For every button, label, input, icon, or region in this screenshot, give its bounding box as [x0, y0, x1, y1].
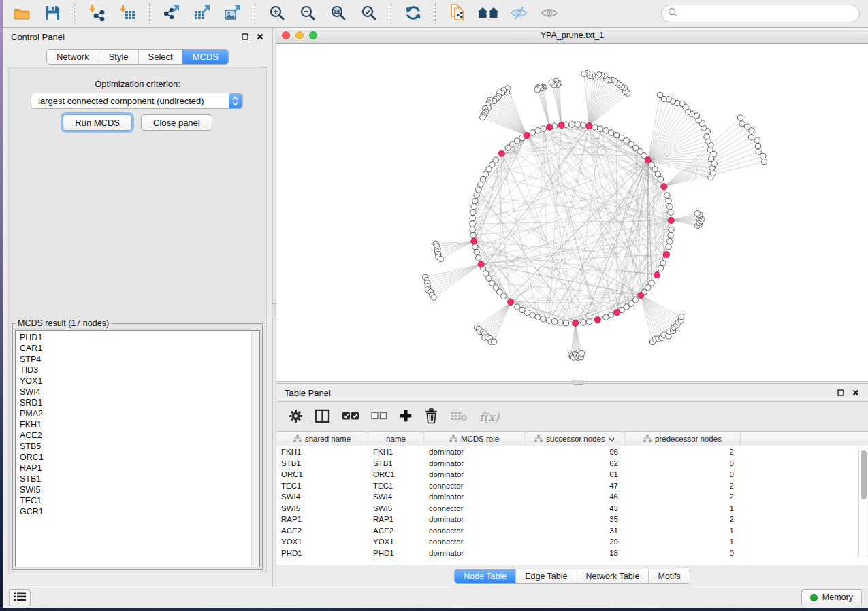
column-header-name[interactable]: name	[368, 432, 424, 446]
mcds-node-item[interactable]: ORC1	[20, 452, 259, 463]
table-toolbar: f(x)	[276, 401, 868, 432]
delete-table-button	[450, 410, 468, 424]
export-network-button[interactable]	[161, 3, 182, 24]
cell-successor-nodes: 47	[525, 482, 625, 490]
cell-shared-name: FKH1	[276, 448, 368, 456]
cell-MCDS-role: connector	[424, 504, 525, 512]
column-label: predecessor nodes	[655, 435, 722, 443]
float-panel-button[interactable]	[240, 31, 251, 42]
table-row[interactable]: SWI4SWI4dominator462	[276, 491, 868, 503]
close-mcds-panel-button[interactable]: Close panel	[141, 114, 212, 131]
tab-network-table[interactable]: Network Table	[577, 569, 649, 583]
column-header-shared-name[interactable]: shared name	[276, 432, 368, 446]
mcds-node-item[interactable]: STB1	[20, 474, 259, 484]
mcds-node-item[interactable]: PHD1	[20, 332, 259, 343]
tab-select[interactable]: Select	[138, 50, 182, 64]
tab-network[interactable]: Network	[47, 50, 99, 64]
mcds-node-item[interactable]: STP4	[20, 354, 259, 365]
mcds-node-item[interactable]: PMA2	[20, 408, 259, 419]
table-row[interactable]: FKH1FKH1dominator962	[276, 446, 868, 458]
table-row[interactable]: ORC1ORC1dominator610	[276, 469, 868, 480]
mcds-node-item[interactable]: TEC1	[20, 495, 259, 506]
mcds-node-item[interactable]: YOX1	[20, 376, 259, 386]
splitter-handle[interactable]	[573, 380, 583, 385]
cell-name: YOX1	[368, 538, 424, 546]
table-row[interactable]: ACE2ACE2connector311	[276, 525, 868, 537]
refresh-layout-button[interactable]	[402, 3, 424, 24]
zoom-selected-button[interactable]	[358, 3, 380, 24]
first-neighbors-button[interactable]	[477, 3, 499, 24]
zoom-in-button[interactable]	[266, 3, 288, 24]
import-network-button[interactable]	[86, 3, 108, 24]
function-builder-button: f(x)	[479, 410, 499, 424]
network-window: YPA_prune.txt_1	[276, 28, 868, 381]
zoom-fit-button[interactable]	[327, 3, 349, 24]
optimization-criterion-label: Optimization criterion:	[9, 79, 266, 89]
refresh-icon	[404, 4, 422, 24]
search-input[interactable]	[661, 5, 860, 22]
cell-shared-name: RAP1	[276, 515, 368, 523]
save-session-button[interactable]	[42, 3, 63, 24]
mcds-node-item[interactable]: SRD1	[20, 397, 259, 408]
hide-selected-button[interactable]	[508, 3, 530, 24]
show-column-button[interactable]	[315, 409, 330, 425]
column-header-successor-nodes[interactable]: successor nodes	[525, 432, 625, 446]
export-image-button[interactable]	[222, 3, 244, 24]
tab-motifs[interactable]: Motifs	[648, 569, 689, 583]
column-label: shared name	[305, 435, 351, 443]
mcds-node-item[interactable]: SWI5	[20, 484, 259, 495]
table-row[interactable]: TEC1TEC1connector472	[276, 480, 868, 492]
mcds-node-item[interactable]: ACE2	[20, 430, 259, 441]
table-row[interactable]: SWI5SWI5connector431	[276, 503, 868, 514]
open-file-button[interactable]	[11, 3, 33, 24]
run-mcds-button[interactable]: Run MCDS	[63, 114, 132, 131]
mcds-node-item[interactable]: RAP1	[20, 463, 259, 474]
table-row[interactable]: RAP1RAP1dominator352	[276, 514, 868, 525]
mcds-result-list[interactable]: PHD1CAR1STP4TID3YOX1SWI4SRD1PMA2FKH1ACE2…	[15, 330, 260, 567]
show-all-button[interactable]	[539, 3, 560, 24]
import-table-button[interactable]	[116, 3, 138, 24]
mcds-node-item[interactable]: CAR1	[20, 343, 259, 354]
close-panel-button[interactable]	[850, 387, 861, 398]
tab-style[interactable]: Style	[99, 50, 138, 64]
column-header-predecessor-nodes[interactable]: predecessor nodes	[625, 432, 741, 446]
column-header-MCDS-role[interactable]: MCDS role	[424, 432, 525, 446]
mcds-node-item[interactable]: FKH1	[20, 419, 259, 430]
duplicate-network-button[interactable]	[447, 3, 468, 24]
toolbar-divider	[74, 3, 75, 24]
task-history-button[interactable]	[9, 589, 31, 606]
settings-gear-button[interactable]	[289, 409, 303, 425]
table-row[interactable]: YOX1YOX1connector291	[276, 536, 868, 548]
export-table-button[interactable]	[191, 3, 213, 24]
table-row[interactable]: PHD1PHD1dominator180	[276, 548, 868, 559]
tab-edge-table[interactable]: Edge Table	[515, 569, 576, 583]
search-field[interactable]	[681, 8, 853, 19]
select-all-button[interactable]	[342, 411, 359, 423]
network-titlebar[interactable]: YPA_prune.txt_1	[276, 28, 868, 44]
criterion-selected-value: largest connected component (undirected)	[31, 96, 228, 106]
close-panel-button[interactable]	[255, 31, 266, 42]
mcds-node-item[interactable]: STB5	[20, 441, 259, 452]
mcds-node-item[interactable]: TID3	[20, 365, 259, 376]
deselect-all-button[interactable]	[371, 412, 387, 422]
mcds-node-item[interactable]: SWI4	[20, 386, 259, 397]
table-row[interactable]: STB1STB1dominator620	[276, 458, 868, 469]
scrollbar-thumb[interactable]	[861, 450, 867, 499]
tab-mcds[interactable]: MCDS	[182, 50, 228, 64]
table-scrollbar[interactable]	[858, 448, 867, 557]
zoom-out-button[interactable]	[297, 3, 319, 24]
export-image-icon	[224, 4, 242, 24]
float-panel-button[interactable]	[835, 387, 846, 398]
criterion-select[interactable]: largest connected component (undirected)	[31, 93, 243, 109]
cell-MCDS-role: dominator	[424, 515, 525, 523]
tab-node-table[interactable]: Node Table	[455, 569, 515, 583]
delete-row-button[interactable]	[424, 408, 438, 426]
column-label: MCDS role	[461, 435, 499, 443]
horizontal-splitter[interactable]	[276, 381, 868, 384]
memory-button[interactable]: Memory	[801, 589, 862, 606]
list-scrollbar[interactable]	[251, 331, 259, 566]
network-canvas[interactable]	[276, 44, 868, 381]
toolbar-divider	[255, 3, 255, 24]
add-row-button[interactable]	[399, 409, 413, 425]
mcds-node-item[interactable]: GCR1	[20, 506, 259, 517]
